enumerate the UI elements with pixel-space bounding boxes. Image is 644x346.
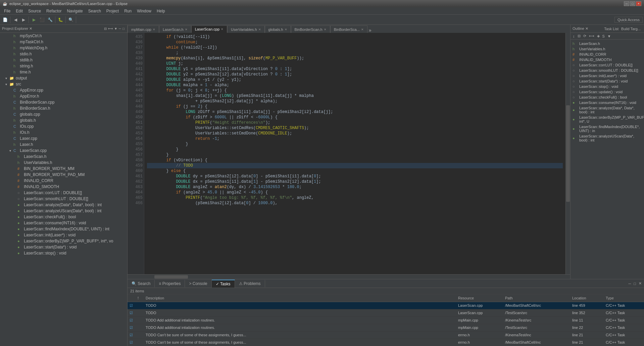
- editor-right-scrollbar[interactable]: [565, 33, 570, 274]
- outline-hide-btn[interactable]: ⊟: [577, 34, 582, 39]
- tree-item-3[interactable]: hstdio.h: [0, 51, 127, 57]
- menu-item-file[interactable]: File: [1, 8, 13, 14]
- tree-item-2[interactable]: hmpWatchDog.h: [0, 45, 127, 51]
- tree-item-0[interactable]: hmpSysCtrl.h: [0, 33, 127, 39]
- table-row[interactable]: ☑TODOLaserScan.cpp/MeoBartShaftCell/srcl…: [128, 302, 644, 309]
- outline-item-5[interactable]: ○LaserScan::smoothLUT : DOUBLE[]: [571, 68, 644, 73]
- tree-item-27[interactable]: ○LaserScan::smoothLUT : DOUBLE[]: [0, 196, 127, 202]
- tab-close-1[interactable]: ✕: [185, 28, 188, 31]
- outline-item-4[interactable]: ○LaserScan::corrLUT : DOUBLE[]: [571, 62, 644, 68]
- tree-item-11[interactable]: CBinBorderScan.cpp: [0, 99, 127, 105]
- tree-item-28[interactable]: ●LaserScan::analyze(Data*, Data*, bool) …: [0, 202, 127, 208]
- editor-tab-5[interactable]: BinBorderScan.h✕: [291, 25, 330, 33]
- menu-item-project[interactable]: Project: [104, 8, 121, 14]
- outline-item-9[interactable]: ○LaserScan::update() : void: [571, 89, 644, 95]
- tree-item-22[interactable]: #BIN_BORDER_WIDTH_MM: [0, 166, 127, 172]
- close-button[interactable]: ✕: [636, 1, 641, 6]
- outline-sync-btn[interactable]: ⟳: [582, 34, 587, 39]
- sidebar-max-btn[interactable]: □: [122, 27, 125, 31]
- outline-item-8[interactable]: ○LaserScan::stop() : void: [571, 84, 644, 89]
- editor-tab-4[interactable]: globals.h✕: [265, 25, 291, 33]
- tab-close-6[interactable]: ✕: [361, 28, 364, 31]
- tree-item-32[interactable]: ●LaserScan::findMaxIndex(DOUBLE*, UINT) …: [0, 226, 127, 232]
- tab-close-2[interactable]: ✕: [221, 27, 224, 31]
- toolbar-build[interactable]: ▶: [30, 16, 38, 23]
- bottom-panel-min[interactable]: ─: [628, 282, 632, 286]
- tree-item-36[interactable]: ●LaserScan::stop() : void: [0, 250, 127, 256]
- outline-item-1[interactable]: hUserVariables.h: [571, 46, 644, 52]
- toolbar-new[interactable]: 📄: [1, 16, 9, 23]
- outline-item-14[interactable]: ●LaserScan::findMaxIndex(DOUBLE*, UINT) …: [571, 124, 644, 133]
- table-row[interactable]: ☑TODO Add additional intialization routi…: [128, 317, 644, 324]
- editor-tab-0[interactable]: mpMain.cpp✕: [128, 25, 159, 33]
- tree-item-33[interactable]: ●LaserScan::init(Laser*) : void: [0, 232, 127, 238]
- menu-item-refactor[interactable]: Refactor: [44, 8, 64, 14]
- editor-tab-1[interactable]: LaserScan.h✕: [159, 25, 191, 33]
- table-row[interactable]: ☑TODO Can't be sure of some of these ass…: [128, 332, 644, 339]
- tree-item-14[interactable]: hglobals.h: [0, 117, 127, 123]
- tree-item-16[interactable]: hIOs.h: [0, 129, 127, 135]
- outline-menu-btn[interactable]: ▼: [606, 34, 612, 39]
- maximize-button[interactable]: □: [630, 1, 635, 6]
- tree-item-18[interactable]: hLaser.h: [0, 141, 127, 148]
- tree-item-15[interactable]: CIOs.cpp: [0, 123, 127, 129]
- tab-close-4[interactable]: ✕: [285, 28, 287, 31]
- code-editor-area[interactable]: 4354364374384394404414424434444454464474…: [128, 33, 570, 279]
- build-targ-label[interactable]: Build Targ...: [620, 27, 642, 31]
- task-list-label[interactable]: Task List: [603, 27, 620, 31]
- code-content[interactable]: if (!valid1[--i1]) continue; while (!val…: [144, 33, 565, 274]
- bottom-tab-console[interactable]: > Console: [185, 280, 211, 287]
- tree-item-8[interactable]: ▾📁src: [0, 81, 127, 87]
- sidebar-menu-btn[interactable]: ▼: [113, 27, 118, 31]
- tree-item-9[interactable]: CAppError.cpp: [0, 87, 127, 93]
- bottom-tab-problems[interactable]: ⚠ Problems: [235, 280, 265, 287]
- tree-item-10[interactable]: hAppError.h: [0, 93, 127, 99]
- tree-item-7[interactable]: ▾📁output: [0, 75, 127, 81]
- sidebar-collapse-btn[interactable]: ⊟: [103, 27, 107, 31]
- tree-item-25[interactable]: #INVALID_SMOOTH: [0, 184, 127, 190]
- tree-item-23[interactable]: #BIN_BORDER_WIDTH_PAD_MM: [0, 172, 127, 178]
- menu-item-navigate[interactable]: Navigate: [64, 8, 85, 14]
- menu-item-help[interactable]: Help: [154, 8, 168, 14]
- tree-item-21[interactable]: hUserVariables.h: [0, 160, 127, 166]
- minimize-button[interactable]: ─: [624, 1, 629, 6]
- tree-item-26[interactable]: ○LaserScan::corrLUT : DOUBLE[]: [0, 190, 127, 196]
- bottom-panel-max[interactable]: □: [633, 282, 637, 286]
- table-row[interactable]: ☑TODO Add additional intialization routi…: [128, 324, 644, 332]
- outline-item-6[interactable]: ○LaserScan::init(Laser*) : void: [571, 73, 644, 78]
- tree-item-29[interactable]: ●LaserScan::analyzeUScan(Data*, bool) : …: [0, 208, 127, 214]
- editor-horizontal-scrollbar[interactable]: [128, 274, 570, 279]
- tree-item-35[interactable]: ●LaserScan::start(Data*) : void: [0, 244, 127, 250]
- outline-item-7[interactable]: ○LaserScan::start(Data*) : void: [571, 78, 644, 84]
- editor-tab-2[interactable]: LaserScan.cpp✕: [191, 25, 227, 33]
- bottom-tab-search[interactable]: 🔍 Search: [128, 280, 155, 287]
- menu-item-edit[interactable]: Edit: [13, 8, 26, 14]
- tree-item-12[interactable]: hBinBorderScan.h: [0, 105, 127, 111]
- toolbar-btn1[interactable]: ◀: [12, 16, 19, 23]
- outline-item-13[interactable]: ●LaserScan::orderByZ(MP_P_VAR_BUFF*, int…: [571, 115, 644, 124]
- outline-item-10[interactable]: ○LaserScan::checkFull() : bool: [571, 95, 644, 100]
- outline-fields-btn[interactable]: ◈: [596, 34, 601, 39]
- tree-item-19[interactable]: ▾CLaserScan.cpp: [0, 148, 127, 154]
- sidebar-min-btn[interactable]: ─: [118, 27, 122, 31]
- bottom-tab-properties[interactable]: ≡ Properties: [155, 280, 185, 287]
- outline-sort-btn[interactable]: ↕: [572, 34, 576, 39]
- menu-item-search[interactable]: Search: [86, 8, 104, 14]
- outline-item-15[interactable]: ●LaserScan::analyzeUScan(Data*, bool) : …: [571, 133, 644, 143]
- editor-tab-3[interactable]: UserVariables.h✕: [227, 25, 264, 33]
- tab-overflow-button[interactable]: »: [367, 27, 373, 33]
- toolbar-btn3[interactable]: ⬛: [38, 16, 46, 23]
- toolbar-search[interactable]: 🔍: [67, 16, 75, 23]
- outline-item-12[interactable]: ●LaserScan::analyze(Data*, Data*, bool) …: [571, 105, 644, 115]
- menu-item-source[interactable]: Source: [26, 8, 44, 14]
- tree-item-1[interactable]: hmpTaskCtrl.h: [0, 39, 127, 45]
- tree-item-4[interactable]: hstdlib.h: [0, 57, 127, 63]
- tab-close-5[interactable]: ✕: [324, 28, 327, 31]
- table-row[interactable]: ☑TODOLaserScan.cpp/TestScan/srcline 352C…: [128, 309, 644, 317]
- tree-item-17[interactable]: CLaser.cpp: [0, 135, 127, 141]
- outline-item-11[interactable]: ●LaserScan::consume(INT16) : void: [571, 100, 644, 105]
- menu-item-run[interactable]: Run: [121, 8, 134, 14]
- outline-item-3[interactable]: #INVALID_SMOOTH: [571, 57, 644, 62]
- toolbar-debug[interactable]: 🐛: [57, 16, 64, 23]
- tree-item-24[interactable]: #INVALID_CORR: [0, 178, 127, 184]
